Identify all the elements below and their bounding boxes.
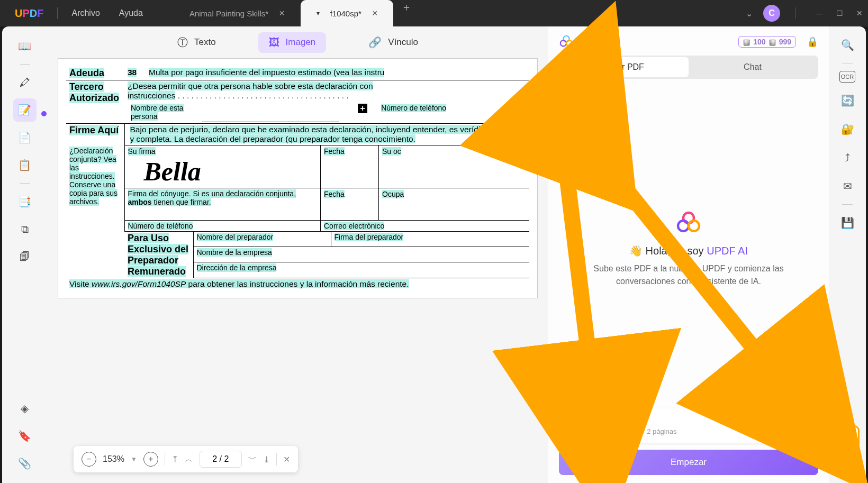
ai-tab-pdf[interactable]: Pedir PDF (560, 57, 689, 77)
dots: . . . . . . . . . . . . . . . . . . . . … (175, 91, 348, 100)
doc-text: ambos (128, 198, 152, 206)
protect-icon[interactable]: 🔐 (837, 119, 858, 140)
close-icon[interactable]: × (279, 8, 285, 19)
menu-file[interactable]: Archivo (71, 8, 100, 18)
reader-tool-icon[interactable]: 📖 (13, 34, 37, 58)
doc-text: 38 (128, 68, 137, 77)
first-page-icon[interactable]: ⤒ (171, 454, 178, 464)
prev-page-icon[interactable]: ︿ (185, 454, 193, 465)
titlebar-right: ⌄ C — ☐ ✕ (746, 5, 863, 22)
layers-icon[interactable]: ◈ (13, 397, 37, 420)
minimize-icon[interactable]: — (816, 9, 823, 17)
form-tool-icon[interactable]: 📋 (13, 153, 37, 177)
tabs: Animal Painting Skills* × ▾ f1040sp* × ＋ (174, 0, 412, 26)
share-icon[interactable]: ⤴ (837, 147, 858, 168)
new-tab-button[interactable]: ＋ (401, 0, 412, 26)
doc-text: Visite (69, 279, 92, 288)
save-icon[interactable]: 💾 (837, 212, 858, 233)
page-input[interactable]: 2 / 2 (200, 451, 242, 468)
lock-icon[interactable]: 🔒 (807, 36, 818, 48)
text-tool[interactable]: Ⓣ Texto (167, 31, 227, 54)
ai-big-logo-icon (675, 210, 702, 236)
doc-text: Dirección de la empresa (197, 263, 277, 272)
ai-tabs: Pedir PDF Chat (559, 56, 818, 79)
divider (57, 7, 58, 19)
separator (842, 63, 853, 63)
doc-text: Su oc (382, 147, 401, 156)
greeting-text: 👋 Hola, yo soy (629, 245, 707, 257)
main: 📖 🖍 📝 📄 📋 📑 ⧉ 🗐 ◈ 🔖 📎 Ⓣ Texto 🖼 Imagen (2, 26, 866, 483)
link-tool[interactable]: 🔗 Vínculo (358, 32, 429, 53)
doc-text: Multa por pago insuficiente del impuesto… (149, 68, 384, 77)
doc-text: Para Uso Exclusivo del Preparador Remune… (128, 233, 188, 277)
ai-panel-title: UPDF AI (579, 37, 617, 48)
image-tool[interactable]: 🖼 Imagen (258, 32, 327, 53)
email-icon[interactable]: ✉ (837, 176, 858, 197)
ai-start-button[interactable]: Empezar (559, 450, 818, 475)
comment-icon[interactable]: 💬 (837, 454, 858, 475)
document-viewport[interactable]: Adeuda 38 Multa por pago insuficiente de… (47, 58, 548, 483)
svg-point-7 (842, 436, 847, 442)
ai-tab-chat[interactable]: Chat (689, 57, 817, 77)
avatar[interactable]: C (763, 5, 780, 22)
svg-point-4 (678, 221, 689, 231)
separator (20, 64, 30, 65)
doc-text: tienen que firmar. (152, 198, 211, 206)
right-sidebar: 🔍 OCR 🔄 🔐 ⤴ ✉ 💾 💬 (829, 26, 866, 483)
tab-dropdown-icon[interactable]: ▾ (317, 10, 320, 17)
bookmark-icon[interactable]: 🔖 (13, 424, 37, 448)
file-info: f1040sp PDF · 158.5 KB · 2 páginas (593, 417, 677, 435)
attachment-icon[interactable]: 📎 (13, 452, 37, 475)
search-icon[interactable]: 🔍 (837, 34, 858, 56)
maximize-icon[interactable]: ☐ (836, 9, 843, 17)
doc-text: Número de teléfono (128, 222, 193, 230)
zoom-percent: 153% (103, 454, 124, 464)
comment-tool-icon[interactable]: 🖍 (13, 71, 37, 94)
titlebar: UPDF Archivo Ayuda Animal Painting Skill… (0, 0, 868, 26)
plus-icon: + (358, 104, 367, 113)
tab-inactive[interactable]: Animal Painting Skills* × (174, 0, 301, 26)
ai-body: 👋 Hola, yo soy UPDF AI Sube este PDF a l… (559, 89, 818, 408)
ocr-icon[interactable]: OCR (839, 71, 855, 83)
signature-image: Bella (128, 156, 318, 187)
svg-point-8 (847, 436, 853, 442)
doc-text: instrucciones (128, 91, 175, 100)
doc-text: Firma del preparador (334, 233, 404, 241)
ai-credits[interactable]: ▦100 ▦999 (738, 36, 796, 48)
menu-help[interactable]: Ayuda (119, 8, 143, 18)
close-icon[interactable]: ✕ (856, 9, 863, 17)
organize-tool-icon[interactable]: 📑 (13, 190, 37, 213)
zoom-in-button[interactable]: + (143, 452, 158, 467)
separator (165, 453, 165, 466)
doc-text: Su firma (128, 147, 156, 156)
doc-text: Fecha (324, 190, 345, 198)
ai-description: Sube este PDF a la nube de UPDF y comien… (567, 262, 810, 288)
crop-tool-icon[interactable]: ⧉ (13, 217, 37, 241)
link-tool-label: Vínculo (388, 37, 418, 48)
next-page-icon[interactable]: ﹀ (248, 454, 257, 465)
ai-launcher-button[interactable] (835, 425, 860, 450)
separator (276, 453, 277, 466)
convert-icon[interactable]: 🔄 (837, 90, 858, 111)
doc-text: Firme Aquí (69, 125, 119, 135)
zoom-out-button[interactable]: − (82, 452, 96, 467)
tab-active[interactable]: ▾ f1040sp* × (301, 0, 394, 26)
edit-tool-icon[interactable]: 📝 (13, 98, 37, 122)
page-tool-icon[interactable]: 📄 (13, 126, 37, 149)
last-page-icon[interactable]: ⤓ (263, 454, 270, 464)
separator (20, 183, 30, 184)
doc-text: Bajo pena de perjurio, declaro que he ex… (130, 125, 523, 143)
ai-panel: UPDF AI ▦100 ▦999 🔒 Pedir PDF Chat 👋 Hol… (548, 26, 829, 483)
left-sidebar: 📖 🖍 📝 📄 📋 📑 ⧉ 🗐 ◈ 🔖 📎 (2, 26, 47, 483)
close-panel-icon[interactable]: ✕ (283, 454, 290, 464)
tab-label: f1040sp* (330, 9, 361, 18)
active-tool-indicator (41, 111, 47, 116)
doc-text: Adeuda (69, 68, 104, 78)
doc-text: Fecha (324, 147, 345, 156)
file-meta: PDF · 158.5 KB · 2 páginas (593, 427, 677, 435)
close-icon[interactable]: × (372, 8, 378, 19)
zoom-dropdown-icon[interactable]: ▼ (131, 455, 137, 463)
chevron-down-icon[interactable]: ⌄ (746, 8, 753, 19)
svg-point-1 (560, 40, 566, 46)
compare-tool-icon[interactable]: 🗐 (13, 245, 37, 268)
